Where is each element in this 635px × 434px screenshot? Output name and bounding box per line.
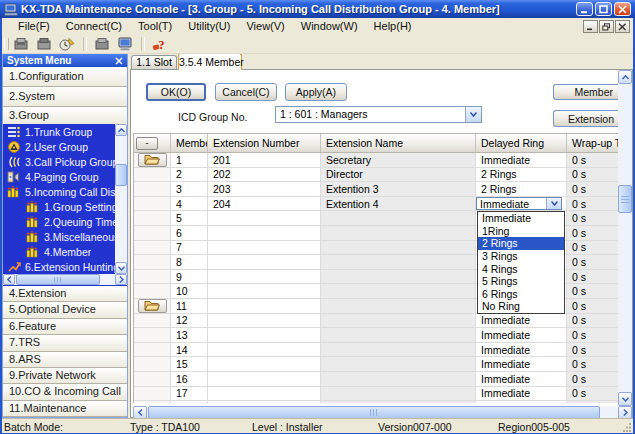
- wrap-up-time-cell[interactable]: 0 s: [567, 401, 618, 403]
- disconnect-button[interactable]: [35, 36, 54, 52]
- extension-number-cell[interactable]: [208, 226, 321, 241]
- dropdown-option-2-rings[interactable]: 2 Rings: [478, 237, 564, 250]
- wrap-up-time-cell[interactable]: 0 s: [567, 328, 618, 343]
- extension-number-cell[interactable]: [208, 255, 321, 270]
- wrap-up-time-cell[interactable]: 0 s: [567, 372, 618, 387]
- extension-name-cell[interactable]: [321, 314, 476, 329]
- tree-item-4-member[interactable]: 4.Member: [3, 244, 115, 259]
- tree-item-1-trunk-group[interactable]: 1.Trunk Group: [3, 124, 115, 139]
- sidebar-section-6-feature[interactable]: 6.Feature: [3, 319, 127, 335]
- menu-item-window[interactable]: Window(W): [293, 18, 366, 35]
- extension-name-cell[interactable]: [321, 270, 476, 285]
- tree-item-1-group-settings[interactable]: 1.Group Settings: [3, 199, 115, 214]
- wrap-up-time-cell[interactable]: 0 s: [567, 255, 618, 270]
- menu-item-utility[interactable]: Utility(U): [180, 18, 238, 35]
- tree-item-2-user-group[interactable]: 2.User Group: [3, 139, 115, 154]
- extension-number-cell[interactable]: [208, 270, 321, 285]
- extension-name-cell[interactable]: Extention 3: [321, 182, 476, 197]
- dropdown-option-6-rings[interactable]: 6 Rings: [478, 288, 564, 301]
- ok-button[interactable]: OK(O): [146, 83, 206, 101]
- wrap-up-time-cell[interactable]: 0 s: [567, 226, 618, 241]
- extension-number-cell[interactable]: [208, 328, 321, 343]
- tree-item-4-paging-group[interactable]: 4.Paging Group: [3, 169, 115, 184]
- sidebar-section-8-ars[interactable]: 8.ARS: [3, 352, 127, 368]
- grid-corner-button[interactable]: -: [136, 137, 158, 150]
- delayed-ring-cell[interactable]: Immediate: [476, 314, 567, 329]
- menu-item-file[interactable]: File(F): [10, 18, 58, 35]
- menu-item-connect[interactable]: Connect(C): [58, 18, 130, 35]
- sidebar-section-7-trs[interactable]: 7.TRS: [3, 335, 127, 351]
- extension-name-cell[interactable]: [321, 226, 476, 241]
- wrap-up-time-cell[interactable]: 0 s: [567, 241, 618, 256]
- wrap-up-time-cell[interactable]: 0 s: [567, 182, 618, 197]
- extension-number-cell[interactable]: [208, 299, 321, 314]
- tree-item-3-call-pickup-group[interactable]: 3.Call Pickup Group: [3, 154, 115, 169]
- delayed-ring-cell[interactable]: 2 Rings: [476, 168, 567, 183]
- sidebar-section-10-co-incoming-call[interactable]: 10.CO & Incoming Call: [3, 384, 127, 400]
- extension-name-cell[interactable]: Extention 4: [321, 197, 476, 212]
- extension-number-cell[interactable]: [208, 211, 321, 226]
- wrap-up-time-cell[interactable]: 0 s: [567, 270, 618, 285]
- extension-name-cell[interactable]: [321, 357, 476, 372]
- wrap-up-time-cell[interactable]: 0 s: [567, 314, 618, 329]
- menu-item-tool[interactable]: Tool(T): [130, 18, 180, 35]
- tree-scroll-right-button[interactable]: [115, 274, 127, 285]
- extension-number-cell[interactable]: [208, 401, 321, 403]
- extension-number-cell[interactable]: 203: [208, 182, 321, 197]
- member-folder-button[interactable]: [138, 299, 167, 313]
- extension-name-cell[interactable]: [321, 211, 476, 226]
- tree-scroll-left-button[interactable]: [3, 274, 15, 285]
- extension-name-cell[interactable]: Secretary: [321, 153, 476, 168]
- extension-number-cell[interactable]: 202: [208, 168, 321, 183]
- delayed-ring-cell[interactable]: Immediate: [476, 372, 567, 387]
- delayed-ring-cell[interactable]: Immediate: [476, 197, 567, 212]
- copy-button[interactable]: [93, 36, 112, 52]
- tree-hscrollbar-thumb[interactable]: [16, 274, 100, 285]
- wrap-up-time-cell[interactable]: 0 s: [567, 197, 618, 212]
- sidebar-section-5-optional-device[interactable]: 5.Optional Device: [3, 302, 127, 318]
- extension-number-cell[interactable]: [208, 387, 321, 402]
- extension-number-cell[interactable]: [208, 372, 321, 387]
- extension-number-cell[interactable]: 201: [208, 153, 321, 168]
- icd-group-select[interactable]: 1 : 601 : Managers: [275, 106, 482, 123]
- maximize-button[interactable]: [595, 2, 612, 16]
- dropdown-option-no-ring[interactable]: No Ring: [478, 300, 564, 313]
- extension-number-cell[interactable]: 204: [208, 197, 321, 212]
- wrap-up-time-cell[interactable]: 0 s: [567, 299, 618, 314]
- member-button[interactable]: Member: [553, 84, 618, 100]
- extension-name-cell[interactable]: [321, 343, 476, 358]
- tree-horizontal-scrollbar[interactable]: [3, 274, 127, 285]
- extension-number-cell[interactable]: [208, 241, 321, 256]
- extension-name-cell[interactable]: [321, 299, 476, 314]
- dropdown-option-4-rings[interactable]: 4 Rings: [478, 263, 564, 276]
- extension-name-cell[interactable]: [321, 284, 476, 299]
- mdi-restore-button[interactable]: [599, 20, 614, 33]
- minimize-button[interactable]: [576, 2, 593, 16]
- menu-item-view[interactable]: View(V): [238, 18, 292, 35]
- sidebar-section-3-group[interactable]: 3.Group: [3, 107, 127, 125]
- sidebar-section-9-private-network[interactable]: 9.Private Network: [3, 368, 127, 384]
- cancel-button[interactable]: Cancel(C): [215, 83, 277, 101]
- panel-scroll-up-button[interactable]: [618, 70, 632, 84]
- tree-item-3-miscellaneous[interactable]: 3.Miscellaneous: [3, 229, 115, 244]
- delayed-ring-cell[interactable]: Immediate: [476, 328, 567, 343]
- batch-mode-button[interactable]: [58, 36, 77, 52]
- extension-name-cell[interactable]: [321, 328, 476, 343]
- extension-number-cell[interactable]: [208, 343, 321, 358]
- dropdown-arrow-icon[interactable]: [465, 107, 481, 122]
- dropdown-option-immediate[interactable]: Immediate: [478, 212, 564, 225]
- mdi-close-button[interactable]: [615, 20, 630, 33]
- delayed-ring-cell[interactable]: Immediate: [476, 153, 567, 168]
- panel-vertical-scrollbar[interactable]: [618, 70, 632, 406]
- tab-1-1-slot[interactable]: 1.1 Slot: [131, 55, 177, 69]
- wrap-up-time-cell[interactable]: 0 s: [567, 168, 618, 183]
- combo-dropdown-button[interactable]: [546, 198, 561, 210]
- extension-name-cell[interactable]: [321, 372, 476, 387]
- sidebar-section-11-maintenance[interactable]: 11.Maintenance: [3, 401, 127, 417]
- wrap-up-time-cell[interactable]: 0 s: [567, 387, 618, 402]
- member-folder-button[interactable]: [138, 153, 167, 167]
- sidebar-section-4-extension[interactable]: 4.Extension: [3, 286, 127, 302]
- extension-number-cell[interactable]: [208, 314, 321, 329]
- dropdown-option-5-rings[interactable]: 5 Rings: [478, 275, 564, 288]
- tree-scrollbar-thumb[interactable]: [115, 164, 127, 186]
